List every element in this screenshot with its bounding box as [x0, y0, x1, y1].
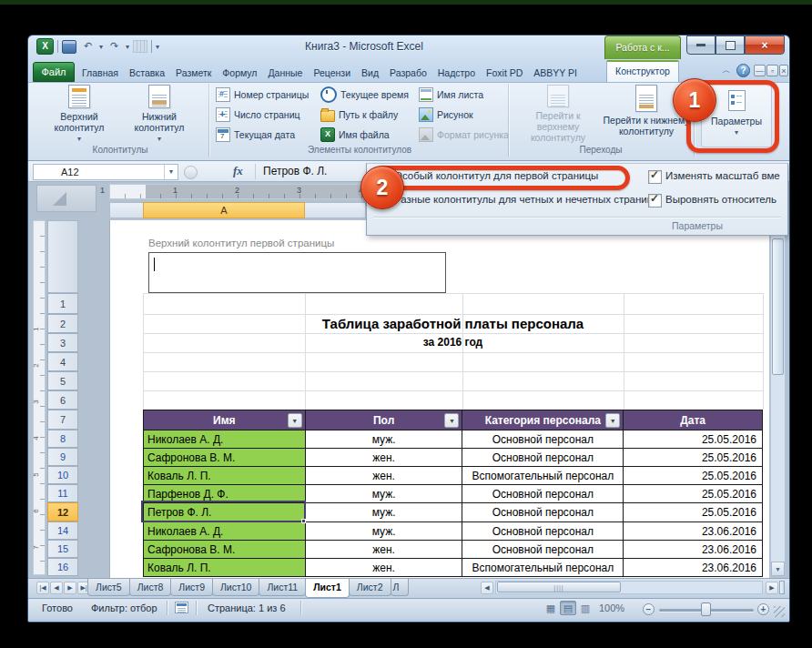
column-header-a[interactable]: A — [143, 202, 305, 218]
row-header-11[interactable]: 11 — [47, 484, 78, 502]
page-number-button[interactable]: Номер страницы — [216, 86, 318, 104]
cell-gender[interactable]: жен. — [306, 541, 463, 559]
cell-category[interactable]: Основной персонал — [462, 522, 624, 541]
sheet-tab-list10[interactable]: Лист10 — [212, 579, 260, 596]
tab-scroll-left-icon[interactable]: ◀ — [481, 582, 493, 594]
next-sheet-icon[interactable]: ▶ — [64, 582, 76, 594]
row-header-15[interactable]: 15 — [47, 540, 78, 558]
column-header-category[interactable]: Категория персонала▼ — [462, 410, 624, 430]
document-title-cell[interactable]: Таблица заработной платы персонала — [143, 316, 763, 331]
help-icon[interactable]: ? — [736, 64, 750, 77]
cell-gender[interactable]: муж. — [306, 522, 463, 541]
checkbox-scale-with-document[interactable] — [648, 170, 662, 184]
page-break-view-icon[interactable]: ▥ — [577, 601, 594, 615]
cell-gender[interactable]: жен. — [306, 467, 463, 485]
cell-category[interactable]: Вспомогательный персонал — [462, 467, 624, 485]
checkbox-label-align[interactable]: Выровнять относитель — [665, 194, 787, 205]
filter-button[interactable]: ▼ — [288, 413, 302, 428]
undo-icon[interactable]: ↶ — [80, 39, 96, 54]
tab-abbyy[interactable]: ABBYY PI — [528, 64, 583, 82]
current-time-button[interactable]: Текущее время — [320, 86, 415, 104]
cell-gender[interactable]: жен. — [306, 449, 463, 467]
sheet-tab-list11[interactable]: Лист11 — [259, 579, 306, 596]
zoom-in-icon[interactable]: + — [757, 603, 769, 615]
row-header-12-selected[interactable]: 12 — [47, 502, 78, 521]
macro-record-icon[interactable] — [175, 602, 188, 613]
cell-gender[interactable]: муж. — [306, 430, 463, 449]
cell-category[interactable]: Вспомогательный персонал — [462, 559, 624, 577]
cell-category[interactable]: Основной персонал — [462, 541, 624, 559]
name-box[interactable]: A12 — [33, 164, 178, 180]
row-header-6[interactable]: 6 — [47, 390, 78, 410]
checkbox-label-scale[interactable]: Изменять масштаб вме — [665, 170, 787, 181]
row-header-16[interactable]: 16 — [47, 558, 78, 576]
tab-scroll-right-icon[interactable]: ▶ — [766, 582, 778, 594]
row-header-8[interactable]: 8 — [47, 430, 78, 448]
cell-gender[interactable]: муж. — [306, 485, 463, 503]
cell-name[interactable]: Сафронова В. М. — [144, 449, 306, 467]
cell-date[interactable]: 25.05.2016 — [624, 430, 763, 449]
row-header-4[interactable]: 4 — [47, 352, 78, 371]
row-header-9[interactable]: 9 — [47, 448, 78, 466]
footer-button[interactable]: Нижний колонтитул ▾ — [120, 85, 198, 143]
filter-button[interactable]: ▼ — [605, 413, 620, 428]
cell-name[interactable]: Коваль Л. П. — [144, 467, 306, 485]
zoom-out-icon[interactable]: − — [643, 603, 655, 615]
sheet-tab-clipped[interactable]: Л — [391, 579, 409, 596]
row-header-1[interactable]: 1 — [47, 293, 78, 314]
column-header-gender[interactable]: Пол▼ — [306, 410, 463, 430]
checkbox-label-odd-even[interactable]: Разные колонтитулы для четных и нечетных… — [394, 194, 653, 205]
current-date-button[interactable]: Текущая дата — [216, 126, 318, 144]
cell-name[interactable]: Николаев А. Д. — [144, 522, 306, 541]
tab-design-active[interactable]: Конструктор — [606, 60, 679, 82]
cell-name[interactable]: Николаев А. Д. — [144, 430, 306, 449]
column-header-date[interactable]: Дата — [624, 410, 763, 430]
cell-gender[interactable]: муж. — [306, 503, 463, 522]
picture-button[interactable]: Рисунок — [419, 106, 504, 124]
undo-dropdown-icon[interactable]: ▾ — [99, 43, 103, 51]
checkbox-align-margins[interactable] — [648, 194, 662, 208]
tab-data[interactable]: Данные — [262, 64, 308, 82]
vertical-scrollbar-thumb[interactable] — [772, 238, 784, 375]
save-icon[interactable] — [62, 40, 76, 54]
insert-function-icon[interactable]: fx — [233, 164, 243, 178]
cell-date[interactable]: 23.06.2016 — [624, 541, 763, 559]
resize-grip[interactable] — [774, 606, 785, 617]
column-header-name[interactable]: Имя▼ — [144, 410, 306, 430]
sheet-tab-list5[interactable]: Лист5 — [87, 579, 130, 596]
cell-gender[interactable]: жен. — [306, 559, 463, 577]
row-header-14[interactable]: 14 — [47, 521, 78, 540]
excel-logo-icon[interactable]: X — [36, 38, 54, 55]
row-header-3[interactable]: 3 — [47, 333, 78, 352]
cell-date[interactable]: 23.06.2016 — [624, 559, 763, 577]
file-path-button[interactable]: Путь к файлу — [320, 106, 415, 124]
tab-view[interactable]: Вид — [356, 64, 384, 82]
page-layout-view-icon[interactable]: ▤ — [560, 601, 576, 615]
cell-date[interactable]: 25.05.2016 — [624, 503, 763, 522]
cell-category[interactable]: Основной персонал — [462, 503, 624, 522]
row-header-10[interactable]: 10 — [47, 466, 78, 484]
tab-file[interactable]: Файл — [33, 62, 75, 82]
cell-date[interactable]: 25.05.2016 — [624, 485, 763, 503]
restore-button[interactable] — [716, 35, 745, 55]
cell-date[interactable]: 25.05.2016 — [624, 449, 763, 467]
first-sheet-icon[interactable]: |◀ — [36, 582, 49, 594]
file-name-button[interactable]: Имя файла — [320, 126, 415, 144]
tab-home[interactable]: Главная — [76, 64, 124, 82]
sheet-tab-list1-active[interactable]: Лист1 — [305, 579, 350, 598]
header-button[interactable]: Верхний колонтитул ▾ — [40, 85, 118, 143]
workbook-close-icon[interactable]: × — [779, 65, 788, 76]
tab-insert[interactable]: Вставка — [124, 64, 170, 82]
filter-button[interactable]: ▼ — [444, 413, 459, 428]
document-subtitle-cell[interactable]: за 2016 год — [143, 336, 763, 349]
workbook-minimize-icon[interactable]: — — [754, 65, 766, 76]
tab-formulas[interactable]: Формул — [217, 64, 262, 82]
cell-category[interactable]: Основной персонал — [462, 485, 624, 503]
redo-icon[interactable]: ↷ — [107, 39, 122, 54]
minimize-button[interactable] — [686, 35, 716, 55]
cell-name[interactable]: Коваль Л. П. — [144, 559, 306, 577]
sheet-tab-list9[interactable]: Лист9 — [170, 579, 213, 596]
tab-review[interactable]: Рецензи — [308, 64, 356, 82]
page-count-button[interactable]: Число страниц — [216, 106, 318, 124]
header-edit-box[interactable] — [148, 252, 446, 293]
